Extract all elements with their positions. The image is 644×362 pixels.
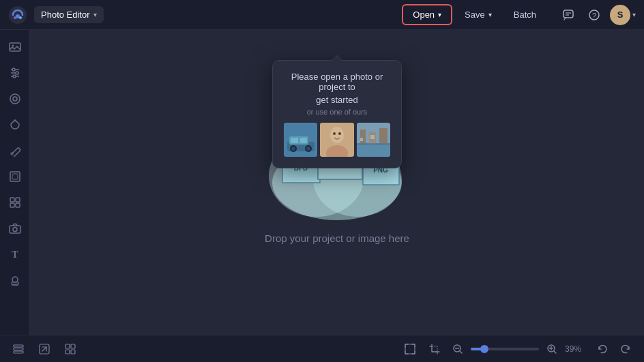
layers-button[interactable] bbox=[8, 339, 29, 359]
sidebar-item-photos[interactable] bbox=[3, 35, 27, 59]
sidebar-item-elements[interactable] bbox=[3, 191, 27, 214]
svg-rect-66 bbox=[71, 344, 75, 348]
zoom-slider-thumb bbox=[480, 345, 488, 353]
svg-rect-68 bbox=[71, 350, 75, 354]
dropdown-title-line2: get started bbox=[284, 95, 390, 105]
zoom-controls: 39% bbox=[400, 339, 587, 359]
svg-line-64 bbox=[42, 347, 46, 351]
svg-rect-23 bbox=[16, 198, 20, 202]
zoom-out-button[interactable] bbox=[449, 340, 467, 358]
sidebar-item-art[interactable] bbox=[3, 113, 27, 136]
chat-icon bbox=[562, 9, 574, 21]
batch-button[interactable]: Batch bbox=[504, 5, 546, 24]
svg-text:?: ? bbox=[592, 11, 596, 19]
sidebar-item-camera[interactable] bbox=[3, 217, 27, 240]
svg-rect-67 bbox=[65, 350, 70, 354]
zoom-crop-button[interactable] bbox=[424, 339, 445, 359]
sidebar-item-effects[interactable] bbox=[3, 87, 27, 110]
undo-button[interactable] bbox=[592, 339, 613, 359]
svg-text:T: T bbox=[12, 250, 18, 260]
svg-rect-36 bbox=[300, 138, 307, 143]
redo-button[interactable] bbox=[615, 339, 636, 359]
open-dropdown: Please open a photo or project to get st… bbox=[272, 60, 402, 168]
svg-line-77 bbox=[554, 351, 556, 353]
svg-point-40 bbox=[306, 147, 310, 151]
save-label: Save bbox=[465, 10, 485, 20]
sidebar-item-adjustments[interactable] bbox=[3, 61, 27, 85]
svg-rect-20 bbox=[10, 172, 20, 181]
svg-rect-21 bbox=[12, 174, 18, 179]
sidebar: T bbox=[0, 30, 30, 335]
app-title-label: Photo Editor bbox=[41, 10, 90, 20]
svg-point-44 bbox=[333, 132, 336, 135]
svg-point-29 bbox=[12, 277, 18, 282]
svg-point-19 bbox=[10, 152, 14, 155]
svg-point-42 bbox=[330, 127, 344, 143]
chat-icon-button[interactable] bbox=[558, 5, 579, 25]
svg-point-3 bbox=[19, 16, 22, 19]
app-title-chevron: ▾ bbox=[93, 11, 97, 18]
svg-rect-24 bbox=[10, 203, 14, 207]
svg-rect-22 bbox=[10, 198, 14, 202]
svg-point-27 bbox=[13, 228, 17, 232]
svg-rect-30 bbox=[12, 282, 18, 284]
svg-point-39 bbox=[291, 147, 295, 151]
dropdown-title-line1: Please open a photo or project to bbox=[284, 72, 390, 92]
svg-rect-4 bbox=[564, 10, 573, 18]
sample-images bbox=[284, 123, 390, 157]
svg-rect-52 bbox=[360, 138, 363, 141]
open-button[interactable]: Open ▾ bbox=[402, 4, 452, 25]
frame-fit-button[interactable] bbox=[400, 339, 420, 359]
svg-rect-53 bbox=[370, 135, 375, 139]
help-icon-button[interactable]: ? bbox=[584, 5, 604, 25]
user-avatar[interactable]: S bbox=[610, 5, 630, 25]
zoom-in-button[interactable] bbox=[543, 340, 561, 358]
main-layout: T Please open a photo or project to get … bbox=[0, 30, 644, 335]
sample-image-portrait[interactable] bbox=[320, 123, 353, 157]
svg-point-2 bbox=[14, 16, 16, 19]
undo-redo-controls bbox=[592, 339, 636, 359]
sidebar-item-frames[interactable] bbox=[3, 165, 27, 188]
app-logo bbox=[8, 5, 27, 25]
app-title-button[interactable]: Photo Editor ▾ bbox=[34, 6, 104, 23]
svg-point-14 bbox=[16, 72, 18, 74]
canvas-area: Please open a photo or project to get st… bbox=[30, 30, 644, 335]
sidebar-item-paint[interactable] bbox=[3, 139, 27, 162]
svg-rect-35 bbox=[291, 138, 298, 143]
svg-rect-26 bbox=[10, 226, 20, 233]
svg-rect-62 bbox=[14, 345, 23, 347]
svg-point-10 bbox=[12, 45, 14, 47]
sidebar-item-text[interactable]: T bbox=[3, 243, 27, 266]
topbar: Photo Editor ▾ Open ▾ Save ▾ Batch bbox=[0, 0, 644, 30]
zoom-slider[interactable] bbox=[471, 348, 539, 350]
avatar-wrap[interactable]: S ▾ bbox=[610, 5, 636, 25]
save-button[interactable]: Save ▾ bbox=[455, 5, 501, 24]
dropdown-subtitle: or use one of ours bbox=[284, 108, 390, 116]
open-chevron: ▾ bbox=[438, 11, 441, 18]
bottombar: 39% bbox=[0, 335, 644, 362]
save-chevron: ▾ bbox=[488, 11, 492, 18]
svg-rect-50 bbox=[379, 128, 387, 145]
svg-rect-65 bbox=[65, 344, 70, 348]
svg-point-45 bbox=[338, 132, 341, 135]
grid-toggle-button[interactable] bbox=[60, 339, 80, 359]
svg-point-17 bbox=[10, 94, 20, 104]
svg-rect-69 bbox=[405, 344, 415, 354]
help-icon: ? bbox=[588, 9, 600, 21]
avatar-chevron: ▾ bbox=[632, 11, 636, 18]
svg-rect-48 bbox=[360, 130, 366, 145]
sample-image-car[interactable] bbox=[284, 123, 317, 157]
svg-rect-60 bbox=[14, 351, 23, 353]
batch-label: Batch bbox=[514, 10, 536, 20]
topbar-right: ? S ▾ bbox=[558, 5, 636, 25]
export-button[interactable] bbox=[34, 339, 55, 359]
drop-zone-text: Drop your project or image here bbox=[265, 232, 409, 244]
sidebar-item-stamp[interactable] bbox=[3, 269, 27, 292]
svg-point-16 bbox=[13, 75, 16, 78]
svg-rect-70 bbox=[432, 346, 437, 352]
svg-rect-61 bbox=[14, 348, 23, 350]
open-label: Open bbox=[413, 10, 435, 20]
sample-image-canal[interactable] bbox=[357, 123, 390, 157]
svg-point-12 bbox=[12, 68, 15, 71]
svg-rect-25 bbox=[16, 203, 20, 207]
